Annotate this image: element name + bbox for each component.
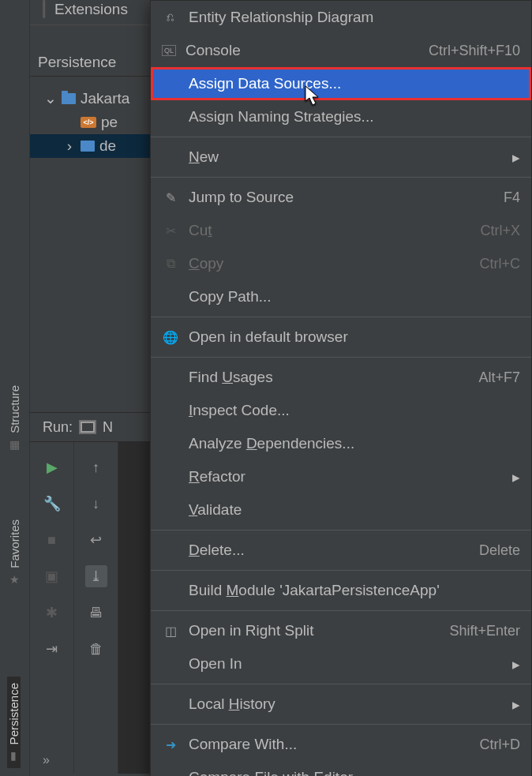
menu-item-open-right-split[interactable]: ◫ Open in Right Split Shift+Enter bbox=[151, 614, 531, 647]
globe-icon: 🌐 bbox=[162, 330, 179, 345]
menu-item-delete[interactable]: Delete... Delete bbox=[151, 534, 531, 567]
menu-label: Open in default browser bbox=[189, 328, 520, 346]
menu-label: Find Usages bbox=[189, 369, 469, 386]
menu-item-cut: ✂ Cut Ctrl+X bbox=[151, 214, 531, 247]
camera-button[interactable]: ▣ bbox=[41, 565, 63, 587]
run-toolbar-col-1: ▶ 🔧 ■ ▣ ✱ ⇥ » bbox=[30, 442, 74, 774]
menu-item-open-browser[interactable]: 🌐 Open in default browser bbox=[151, 321, 531, 354]
menu-label: Compare File with Editor bbox=[189, 769, 520, 776]
menu-item-jump-to-source[interactable]: ✎ Jump to Source F4 bbox=[151, 181, 531, 214]
compare-icon: ➜ bbox=[162, 737, 179, 752]
menu-shortcut: Ctrl+X bbox=[480, 223, 520, 239]
run-toolbar: ▶ 🔧 ■ ▣ ✱ ⇥ » ↑ ↓ ↩ ⤓ 🖶 🗑 bbox=[30, 442, 150, 774]
menu-item-console[interactable]: QL Console Ctrl+Shift+F10 bbox=[151, 34, 531, 67]
menu-separator bbox=[151, 177, 531, 178]
menu-label: Cut bbox=[189, 222, 470, 239]
menu-item-compare-with[interactable]: ➜ Compare With... Ctrl+D bbox=[151, 728, 531, 761]
context-menu: ⎌ Entity Relationship Diagram QL Console… bbox=[150, 0, 532, 776]
menu-shortcut: Ctrl+Shift+F10 bbox=[429, 43, 520, 59]
submenu-arrow-icon: ▸ bbox=[512, 148, 520, 167]
menu-item-erd[interactable]: ⎌ Entity Relationship Diagram bbox=[151, 1, 531, 34]
menu-shortcut: Ctrl+D bbox=[479, 737, 520, 753]
tree-label-de: de bbox=[99, 137, 116, 155]
menu-separator bbox=[151, 530, 531, 530]
menu-item-refactor[interactable]: Refactor ▸ bbox=[151, 460, 531, 493]
persistence-tool-window: Persistence ⌄ Jakarta </> pe › de bbox=[30, 49, 150, 158]
tree-node-pe[interactable]: </> pe bbox=[30, 111, 150, 134]
menu-item-copy-path[interactable]: Copy Path... bbox=[151, 280, 531, 313]
persistence-xml-icon: </> bbox=[81, 117, 96, 128]
menu-item-inspect-code[interactable]: Inspect Code... bbox=[151, 394, 531, 427]
split-icon: ◫ bbox=[162, 624, 179, 639]
rail-label-favorites: Favorites bbox=[8, 519, 21, 568]
menu-label: Build Module 'JakartaPersistenceApp' bbox=[189, 582, 520, 599]
menu-label: Local History bbox=[189, 695, 503, 713]
menu-item-local-history[interactable]: Local History ▸ bbox=[151, 688, 531, 721]
menu-label: New bbox=[189, 148, 503, 166]
wrench-button[interactable]: 🔧 bbox=[41, 493, 63, 515]
menu-shortcut: Delete bbox=[479, 542, 520, 559]
menu-item-validate[interactable]: Validate bbox=[151, 493, 531, 527]
menu-label: Copy bbox=[189, 255, 470, 272]
menu-separator bbox=[151, 684, 531, 684]
pencil-icon: ✎ bbox=[162, 190, 179, 205]
structure-icon: ▦ bbox=[9, 438, 20, 451]
persistence-title[interactable]: Persistence bbox=[30, 49, 150, 77]
bug-button[interactable]: ✱ bbox=[41, 602, 63, 624]
menu-item-build-module[interactable]: Build Module 'JakartaPersistenceApp' bbox=[151, 574, 531, 607]
menu-item-copy: ⧉ Copy Ctrl+C bbox=[151, 247, 531, 280]
run-play-button[interactable]: ▶ bbox=[41, 456, 63, 478]
console-gutter bbox=[118, 442, 150, 774]
trash-button[interactable]: 🗑 bbox=[85, 638, 107, 660]
run-tab-name: N bbox=[103, 419, 113, 436]
exit-button[interactable]: ⇥ bbox=[41, 638, 63, 660]
menu-item-analyze-dependencies[interactable]: Analyze Dependencies... bbox=[151, 427, 531, 460]
tree-node-root[interactable]: ⌄ Jakarta bbox=[30, 86, 150, 111]
scissors-icon: ✂ bbox=[162, 223, 179, 238]
down-arrow-button[interactable]: ↓ bbox=[85, 493, 107, 515]
soft-wrap-button[interactable]: ↩ bbox=[85, 529, 107, 551]
persistence-icon: ▮ bbox=[11, 749, 17, 762]
extensions-header[interactable]: ┃ Extensions bbox=[30, 0, 150, 25]
submenu-arrow-icon: ▸ bbox=[512, 655, 520, 673]
menu-item-assign-data-sources[interactable]: Assign Data Sources... bbox=[151, 67, 531, 100]
menu-label: Open In bbox=[189, 655, 503, 673]
chevron-right-icon[interactable]: › bbox=[63, 137, 76, 155]
menu-shortcut: F4 bbox=[504, 189, 520, 206]
scroll-to-end-button[interactable]: ⤓ bbox=[85, 565, 107, 587]
module-icon bbox=[62, 93, 76, 104]
menu-item-assign-naming[interactable]: Assign Naming Strategies... bbox=[151, 100, 531, 133]
menu-label: Assign Data Sources... bbox=[189, 75, 520, 92]
menu-separator bbox=[151, 317, 531, 317]
submenu-arrow-icon: ▸ bbox=[512, 695, 520, 714]
menu-item-compare-editor[interactable]: Compare File with Editor bbox=[151, 761, 531, 776]
menu-label: Analyze Dependencies... bbox=[189, 435, 520, 452]
menu-item-new[interactable]: New ▸ bbox=[151, 141, 531, 174]
stop-button[interactable]: ■ bbox=[41, 529, 63, 551]
print-button[interactable]: 🖶 bbox=[85, 602, 107, 624]
more-button[interactable]: » bbox=[43, 753, 51, 767]
rail-tab-persistence[interactable]: ▮Persistence bbox=[7, 677, 22, 768]
rail-tab-favorites[interactable]: ★Favorites bbox=[8, 513, 21, 592]
tree-label-pe: pe bbox=[101, 114, 118, 131]
menu-label: Refactor bbox=[189, 468, 503, 485]
chevron-down-icon[interactable]: ⌄ bbox=[44, 89, 57, 107]
menu-label: Compare With... bbox=[189, 736, 470, 753]
run-tool-tab[interactable]: Run: N bbox=[30, 412, 150, 442]
menu-shortcut: Shift+Enter bbox=[449, 623, 520, 639]
menu-label: Entity Relationship Diagram bbox=[189, 9, 520, 26]
run-label: Run: bbox=[43, 419, 73, 436]
menu-separator bbox=[151, 724, 531, 725]
up-arrow-button[interactable]: ↑ bbox=[85, 456, 107, 478]
console-icon: QL bbox=[162, 45, 176, 56]
tree-node-de[interactable]: › de bbox=[30, 134, 150, 158]
menu-item-find-usages[interactable]: Find Usages Alt+F7 bbox=[151, 361, 531, 394]
menu-item-open-in[interactable]: Open In ▸ bbox=[151, 647, 531, 680]
menu-label: Jump to Source bbox=[189, 189, 494, 206]
rail-label-persistence: Persistence bbox=[7, 683, 21, 744]
tool-window-rail: ▦Structure ★Favorites ▮Persistence bbox=[0, 0, 30, 776]
rail-tab-structure[interactable]: ▦Structure bbox=[8, 379, 21, 457]
menu-separator bbox=[151, 570, 531, 571]
menu-separator bbox=[151, 137, 531, 137]
submenu-arrow-icon: ▸ bbox=[512, 468, 520, 486]
